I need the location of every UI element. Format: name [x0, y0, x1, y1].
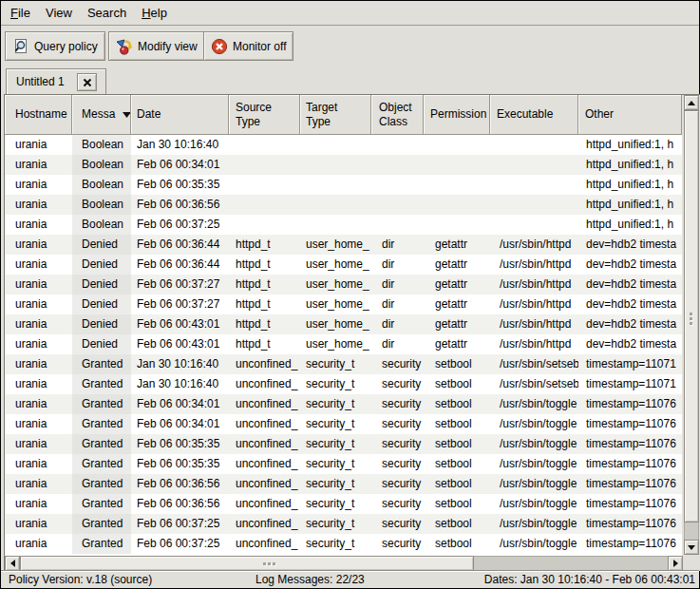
vertical-scrollbar[interactable]: [684, 95, 699, 555]
table-row[interactable]: uraniaGrantedJan 30 10:16:40unconfined_s…: [5, 354, 682, 374]
table-row[interactable]: uraniaGrantedFeb 06 00:34:01unconfined_s…: [5, 394, 682, 414]
table-row[interactable]: uraniaGrantedFeb 06 00:37:25unconfined_s…: [5, 514, 682, 534]
column-header-permission[interactable]: Permission: [424, 95, 490, 135]
table-cell-hostname: urania: [5, 354, 72, 374]
horizontal-scrollbar[interactable]: [5, 556, 683, 571]
table-row[interactable]: uraniaDeniedFeb 06 00:37:27httpd_tuser_h…: [5, 294, 682, 314]
table-cell-other: timestamp=11076: [578, 434, 682, 454]
modify-view-button[interactable]: Modify view: [108, 31, 205, 61]
table-cell-executable: [490, 215, 578, 235]
arrow-down-icon: [688, 545, 695, 550]
scroll-left-button[interactable]: [5, 556, 20, 571]
table-cell-target-type: security_t: [300, 494, 371, 514]
table-cell-executable: /usr/sbin/toggle: [490, 494, 578, 514]
table-cell-message: Granted: [72, 374, 131, 394]
table-cell-source-type: httpd_t: [229, 294, 300, 314]
table-row[interactable]: uraniaBooleanFeb 06 00:37:25httpd_unifie…: [5, 215, 682, 235]
column-header-hostname[interactable]: Hostname: [5, 95, 72, 135]
table-row[interactable]: uraniaBooleanJan 30 10:16:40httpd_unifie…: [5, 135, 682, 155]
table-cell-hostname: urania: [5, 414, 72, 434]
table-cell-message: Boolean: [72, 155, 131, 175]
table-cell-message: Boolean: [72, 195, 131, 215]
tab-close-button[interactable]: [77, 73, 97, 91]
table-row[interactable]: uraniaGrantedJan 30 10:16:40unconfined_s…: [5, 374, 682, 394]
policy-version-status: Policy Version: v.18 (source): [9, 573, 152, 587]
column-header-source-type[interactable]: Source Type: [229, 95, 300, 135]
table-cell-target-type: security_t: [300, 414, 371, 434]
scroll-right-button[interactable]: [668, 556, 683, 571]
table-cell-date: Feb 06 00:34:01: [131, 155, 229, 175]
column-header-date[interactable]: Date: [131, 95, 229, 135]
column-header-message[interactable]: Messa: [72, 95, 131, 135]
table-cell-date: Feb 06 00:37:25: [131, 215, 229, 235]
table-cell-executable: /usr/sbin/toggle: [490, 394, 578, 414]
table-row[interactable]: uraniaGrantedFeb 06 00:34:01unconfined_s…: [5, 414, 682, 434]
vertical-scrollbar-thumb[interactable]: [684, 110, 699, 522]
tab-untitled-1[interactable]: Untitled 1: [6, 68, 106, 94]
table-cell-permission: [424, 155, 490, 175]
table-cell-object-class: [371, 195, 424, 215]
column-header-label: Source Type: [236, 101, 272, 129]
column-header-target-type[interactable]: Target Type: [300, 95, 371, 135]
table-row[interactable]: uraniaBooleanFeb 06 00:36:56httpd_unifie…: [5, 195, 682, 215]
table-cell-permission: setbool: [424, 434, 490, 454]
table-row[interactable]: uraniaDeniedFeb 06 00:43:01httpd_tuser_h…: [5, 334, 682, 354]
column-header-executable[interactable]: Executable: [490, 95, 578, 135]
arrow-up-icon: [688, 101, 695, 105]
table-row[interactable]: uraniaGrantedFeb 06 00:35:35unconfined_s…: [5, 434, 682, 454]
scroll-down-button[interactable]: [684, 540, 699, 555]
monitor-off-button[interactable]: Monitor off: [203, 31, 293, 61]
table-row[interactable]: uraniaGrantedFeb 06 00:35:35unconfined_s…: [5, 454, 682, 474]
table-row[interactable]: uraniaGrantedFeb 06 00:37:25unconfined_s…: [5, 534, 682, 554]
table-row[interactable]: uraniaDeniedFeb 06 00:36:44httpd_tuser_h…: [5, 235, 682, 255]
table-cell-other: timestamp=11076: [578, 474, 682, 494]
menu-view[interactable]: View: [38, 1, 80, 26]
table-cell-target-type: [300, 195, 371, 215]
menu-search[interactable]: Search: [80, 1, 134, 26]
table-cell-object-class: dir: [371, 255, 424, 275]
table-cell-source-type: httpd_t: [229, 275, 300, 294]
arrow-right-icon: [673, 560, 678, 567]
table-cell-date: Feb 06 00:35:35: [131, 175, 229, 195]
table-cell-date: Feb 06 00:34:01: [131, 414, 229, 434]
table-row[interactable]: uraniaGrantedFeb 06 00:36:56unconfined_s…: [5, 494, 682, 514]
table-row[interactable]: uraniaDeniedFeb 06 00:43:01httpd_tuser_h…: [5, 314, 682, 334]
table-cell-permission: [424, 215, 490, 235]
table-cell-source-type: [229, 195, 300, 215]
table-cell-object-class: security: [371, 394, 424, 414]
table-cell-target-type: user_home_: [300, 314, 371, 334]
monitor-off-label: Monitor off: [233, 40, 286, 53]
column-header-object-class[interactable]: Object Class: [371, 95, 424, 135]
scroll-up-button[interactable]: [684, 95, 699, 110]
table-cell-target-type: user_home_: [300, 275, 371, 294]
table-cell-executable: [490, 155, 578, 175]
column-header-other[interactable]: Other: [578, 95, 682, 135]
table-cell-target-type: [300, 215, 371, 235]
table-cell-executable: /usr/sbin/toggle: [490, 534, 578, 554]
table-cell-source-type: httpd_t: [229, 255, 300, 275]
table-cell-other: timestamp=11076: [578, 454, 682, 474]
menu-file[interactable]: File: [3, 1, 38, 26]
query-policy-button[interactable]: Query policy: [5, 31, 105, 61]
table-cell-date: Jan 30 10:16:40: [131, 135, 229, 155]
table-cell-permission: setbool: [424, 454, 490, 474]
table-cell-other: dev=hdb2 timesta: [578, 235, 682, 255]
table-row[interactable]: uraniaDeniedFeb 06 00:37:27httpd_tuser_h…: [5, 275, 682, 294]
table-cell-message: Granted: [72, 354, 131, 374]
table-row[interactable]: uraniaBooleanFeb 06 00:34:01httpd_unifie…: [5, 155, 682, 175]
column-header-label: Object Class: [379, 101, 412, 129]
table-row[interactable]: uraniaBooleanFeb 06 00:35:35httpd_unifie…: [5, 175, 682, 195]
table-cell-date: Feb 06 00:36:44: [131, 255, 229, 275]
table-cell-date: Feb 06 00:37:27: [131, 294, 229, 314]
table-cell-executable: /usr/sbin/toggle: [490, 474, 578, 494]
table-cell-other: httpd_unified:1, h: [578, 175, 682, 195]
horizontal-scrollbar-thumb[interactable]: [20, 556, 474, 571]
menu-help[interactable]: Help: [134, 1, 175, 26]
table-cell-permission: getattr: [424, 294, 490, 314]
sort-descending-icon: [123, 112, 130, 118]
table-row[interactable]: uraniaGrantedFeb 06 00:36:56unconfined_s…: [5, 474, 682, 494]
table-row[interactable]: uraniaDeniedFeb 06 00:36:44httpd_tuser_h…: [5, 255, 682, 275]
table-cell-permission: getattr: [424, 255, 490, 275]
table-cell-source-type: [229, 135, 300, 155]
table-cell-executable: /usr/sbin/toggle: [490, 514, 578, 534]
